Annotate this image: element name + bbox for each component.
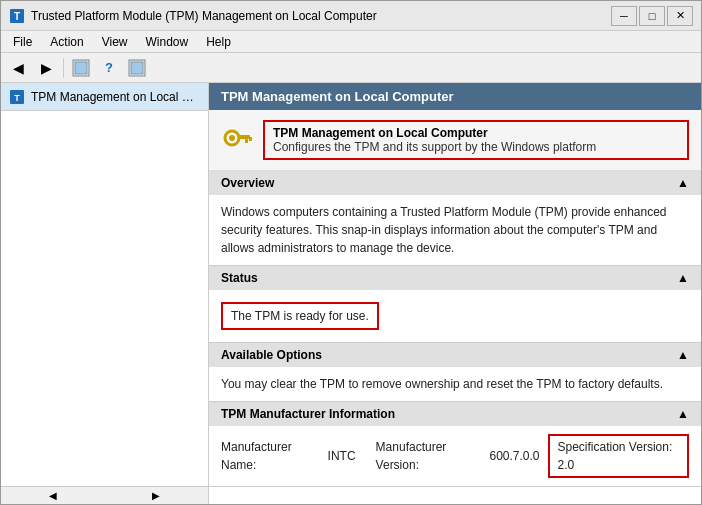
overview-label: Overview xyxy=(221,176,274,190)
spec-version-label: Specification Version: xyxy=(558,440,673,454)
manufacturer-version-label: Manufacturer Version: xyxy=(376,438,482,474)
manufacturer-name-value: INTC xyxy=(328,447,356,465)
restore-button[interactable]: □ xyxy=(639,6,665,26)
content-area: TPM Management on Local Computer xyxy=(209,83,701,504)
back-button[interactable]: ◀ xyxy=(5,56,31,80)
sidebar-footer: ◀ ▶ xyxy=(1,486,208,504)
main-content: T TPM Management on Local Compu ◀ ▶ TPM … xyxy=(1,83,701,504)
sidebar-spacer xyxy=(1,111,208,486)
options-collapse-icon: ▲ xyxy=(677,348,689,362)
spec-version-value: 2.0 xyxy=(558,458,575,472)
sidebar-scroll-left[interactable]: ◀ xyxy=(1,487,105,504)
section-status-header[interactable]: Status ▲ xyxy=(209,266,701,290)
svg-rect-10 xyxy=(238,135,250,139)
status-ready-box: The TPM is ready for use. xyxy=(221,302,379,330)
info-title: TPM Management on Local Computer xyxy=(273,126,679,140)
options-body: You may clear the TPM to remove ownershi… xyxy=(209,367,701,401)
svg-text:T: T xyxy=(14,93,20,103)
content-header: TPM Management on Local Computer xyxy=(209,83,701,110)
close-button[interactable]: ✕ xyxy=(667,6,693,26)
sidebar: T TPM Management on Local Compu ◀ ▶ xyxy=(1,83,209,504)
section-overview: Overview ▲ Windows computers containing … xyxy=(209,171,701,266)
menu-action[interactable]: Action xyxy=(42,33,91,51)
tpm-node-icon: T xyxy=(9,89,25,105)
title-controls: ─ □ ✕ xyxy=(611,6,693,26)
svg-rect-12 xyxy=(249,137,252,141)
info-text-box: TPM Management on Local Computer Configu… xyxy=(263,120,689,160)
svg-rect-3 xyxy=(75,62,87,74)
toolbar-btn-1[interactable] xyxy=(68,56,94,80)
svg-rect-5 xyxy=(131,62,143,74)
manufacturer-body: Manufacturer Name: INTC Manufacturer Ver… xyxy=(209,426,701,486)
svg-point-9 xyxy=(229,135,235,141)
svg-text:T: T xyxy=(14,11,20,22)
main-window: T Trusted Platform Module (TPM) Manageme… xyxy=(0,0,702,505)
menu-help[interactable]: Help xyxy=(198,33,239,51)
forward-button[interactable]: ▶ xyxy=(33,56,59,80)
manufacturer-name-label: Manufacturer Name: xyxy=(221,438,320,474)
menu-bar: File Action View Window Help xyxy=(1,31,701,53)
section-manufacturer-header[interactable]: TPM Manufacturer Information ▲ xyxy=(209,402,701,426)
manufacturer-label: TPM Manufacturer Information xyxy=(221,407,395,421)
section-overview-header[interactable]: Overview ▲ xyxy=(209,171,701,195)
minimize-button[interactable]: ─ xyxy=(611,6,637,26)
sidebar-item-label: TPM Management on Local Compu xyxy=(31,90,200,104)
toolbar-separator-1 xyxy=(63,58,64,78)
toolbar: ◀ ▶ ? xyxy=(1,53,701,83)
manufacturer-collapse-icon: ▲ xyxy=(677,407,689,421)
menu-view[interactable]: View xyxy=(94,33,136,51)
sidebar-scroll-right[interactable]: ▶ xyxy=(105,487,209,504)
menu-file[interactable]: File xyxy=(5,33,40,51)
sidebar-item-tpm[interactable]: T TPM Management on Local Compu xyxy=(1,83,208,111)
status-collapse-icon: ▲ xyxy=(677,271,689,285)
section-available-options: Available Options ▲ You may clear the TP… xyxy=(209,343,701,402)
toolbar-btn-help[interactable]: ? xyxy=(96,56,122,80)
info-box: TPM Management on Local Computer Configu… xyxy=(209,110,701,171)
section-manufacturer: TPM Manufacturer Information ▲ Manufactu… xyxy=(209,402,701,487)
content-body: TPM Management on Local Computer Configu… xyxy=(209,110,701,504)
overview-body: Windows computers containing a Trusted P… xyxy=(209,195,701,265)
manufacturer-version-value: 600.7.0.0 xyxy=(489,447,539,465)
section-status: Status ▲ The TPM is ready for use. xyxy=(209,266,701,343)
menu-window[interactable]: Window xyxy=(138,33,197,51)
window-icon: T xyxy=(9,8,25,24)
toolbar-btn-2[interactable] xyxy=(124,56,150,80)
spec-version-box: Specification Version: 2.0 xyxy=(548,434,690,478)
status-label: Status xyxy=(221,271,258,285)
info-subtitle: Configures the TPM and its support by th… xyxy=(273,140,679,154)
status-body: The TPM is ready for use. xyxy=(209,290,701,342)
manufacturer-row: Manufacturer Name: INTC Manufacturer Ver… xyxy=(221,434,689,478)
overview-collapse-icon: ▲ xyxy=(677,176,689,190)
title-bar: T Trusted Platform Module (TPM) Manageme… xyxy=(1,1,701,31)
title-bar-left: T Trusted Platform Module (TPM) Manageme… xyxy=(9,8,377,24)
tpm-key-icon xyxy=(221,120,253,152)
window-title: Trusted Platform Module (TPM) Management… xyxy=(31,9,377,23)
svg-rect-11 xyxy=(245,139,248,143)
options-label: Available Options xyxy=(221,348,322,362)
section-options-header[interactable]: Available Options ▲ xyxy=(209,343,701,367)
